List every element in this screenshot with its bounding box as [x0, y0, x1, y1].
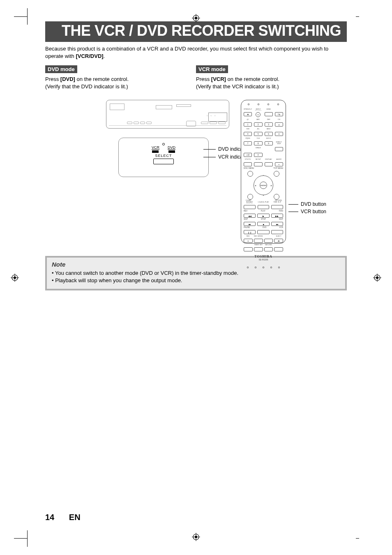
arrow-down-icon: ▼ — [263, 194, 264, 196]
disc-menu-key — [247, 171, 253, 177]
registration-mark-icon — [373, 274, 381, 282]
key-label: DEF — [265, 119, 273, 121]
hdmi-key — [265, 112, 273, 116]
satlink-key — [264, 247, 273, 251]
diagram-row: ○ ○ ○ VCR DVD — [45, 100, 347, 244]
dpad-area: ENTER ▲ ▼ ◀ ▶ CLEAR RETURN — [249, 172, 278, 199]
vcr-line2: (Verify that the VCR indicator is lit.) — [196, 83, 279, 90]
vcr-mode-column: VCR mode Press [VCR] on the remote contr… — [196, 65, 347, 96]
registration-mark-icon — [192, 14, 200, 22]
select-button-icon — [153, 159, 174, 164]
key-label — [265, 153, 273, 155]
crop-mark — [14, 16, 27, 17]
key-label: TIME SLIP — [271, 201, 283, 203]
key-label: TUV — [254, 138, 262, 140]
dvd-mode-label: DVD mode — [45, 65, 77, 73]
dvd-indicator-label: DVD — [168, 145, 175, 150]
rev-key: ◀◀ — [244, 214, 256, 218]
front-panel-diagram: ○ ○ ○ VCR DVD — [106, 100, 229, 244]
key-label: TIMER SET — [254, 244, 263, 246]
fwd-key: ▶▶ — [271, 214, 283, 218]
top-menu-label: TOP MENU — [273, 167, 283, 169]
play-key: ▶ — [257, 214, 269, 218]
remote-diagram: OPEN/CLOSE INPUT SELECT HDMI ⏏ ⊙ I/φ @! … — [241, 100, 286, 244]
page-title: THE VCR / DVD RECORDER SWITCHING — [45, 21, 347, 42]
key-label: OPEN/CLOSE — [244, 108, 252, 111]
eject-key: ⏏ — [274, 239, 283, 243]
page-lang: EN — [69, 513, 81, 522]
clear-label: CLEAR — [246, 199, 251, 201]
key-label — [275, 153, 283, 155]
note-list: You cannot switch to another mode (DVD o… — [52, 269, 340, 284]
registration-mark-icon — [192, 533, 200, 541]
crop-mark — [356, 538, 359, 539]
key-label: AUDIO — [275, 159, 283, 161]
intro-text-b: . — [104, 53, 105, 59]
return-key — [274, 194, 279, 200]
note-item: You cannot switch to another mode (DVD o… — [52, 269, 340, 277]
open-close-key: ⏏ — [244, 112, 252, 116]
key-label: CH — [275, 119, 283, 121]
spare-key-3 — [274, 247, 283, 251]
power-key: I/φ — [275, 112, 283, 116]
ch-up-key: ▲ — [275, 122, 283, 127]
intro-text-bold: [VCR/DVD] — [76, 53, 103, 59]
key-label — [274, 244, 283, 246]
enter-key: ENTER — [260, 182, 267, 189]
skip-fwd-key: ⏭ — [271, 222, 283, 226]
key-label: EJECT — [274, 235, 283, 237]
page-number-value: 14 — [45, 513, 54, 522]
skip-label-r: SKIP — [279, 218, 283, 220]
vcr-line1-a: Press — [196, 76, 211, 82]
key-label: DISPLAY — [265, 159, 273, 161]
input-select-key: ⊙ — [256, 112, 261, 117]
remote-brand: TOSHIBA — [244, 255, 283, 258]
digit-1-key: 1 — [244, 122, 252, 127]
top-menu-key — [274, 171, 279, 177]
key-label: PQRS — [244, 138, 252, 140]
key-label — [244, 147, 252, 149]
vcr-mode-text: Press [VCR] on the remote control. (Veri… — [196, 76, 347, 90]
dvd-button-callout: DVD button — [301, 200, 326, 208]
rec-key: ● — [244, 239, 253, 243]
dvd-key-label: DVD — [263, 226, 267, 228]
key-label: SAT.LINK — [264, 244, 273, 246]
key-label: INSTANT REPLAY — [244, 201, 256, 203]
spare-key — [264, 239, 273, 243]
return-label: RETURN — [275, 199, 282, 201]
key-label: ABC — [254, 119, 262, 121]
key-label — [275, 108, 283, 111]
mode-columns: DVD mode Press [DVD] on the remote contr… — [45, 65, 347, 96]
select-label: SELECT — [125, 154, 202, 158]
note-item: Playback will stop when you change the o… — [52, 277, 340, 284]
digit-8-key: 8 — [254, 141, 262, 145]
key-label: REC MODE — [254, 235, 263, 237]
arrow-right-icon: ▶ — [271, 184, 272, 187]
svg-point-7 — [14, 276, 16, 279]
key-label: DIRECT SKIP — [275, 141, 283, 145]
key-label: DTV/TV — [244, 159, 252, 161]
note-title: Note — [52, 261, 340, 268]
digit-9-key: 9 — [265, 141, 273, 145]
key-label: HDMI — [265, 108, 273, 111]
vcr-line1-b: on the remote control. — [226, 76, 279, 82]
plus10-key: +10 — [244, 153, 252, 157]
remote-model: SE-R0295 — [244, 258, 283, 261]
instant-replay-key — [244, 205, 256, 209]
key-label — [264, 235, 273, 237]
key-label: SPACE — [254, 147, 262, 149]
key-label: REC — [244, 235, 253, 237]
select-panel-callout: VCR DVD SELECT DVD indicator — [118, 138, 209, 177]
key-label: GHI — [244, 128, 252, 130]
key-label — [275, 128, 283, 130]
rev-label: REV — [244, 210, 247, 212]
audio-key: ∞ — [275, 162, 283, 166]
skip-back-key: ⏮ — [244, 222, 256, 226]
direct-skip-key — [275, 147, 283, 151]
display-key — [265, 162, 273, 166]
manual-page: THE VCR / DVD RECORDER SWITCHING Because… — [0, 0, 392, 555]
key-label: JKL — [254, 128, 262, 130]
vcr-indicator-icon — [152, 150, 159, 153]
dvd-line1-bold: [DVD] — [60, 76, 75, 82]
dvd-mode-column: DVD mode Press [DVD] on the remote contr… — [45, 65, 196, 96]
